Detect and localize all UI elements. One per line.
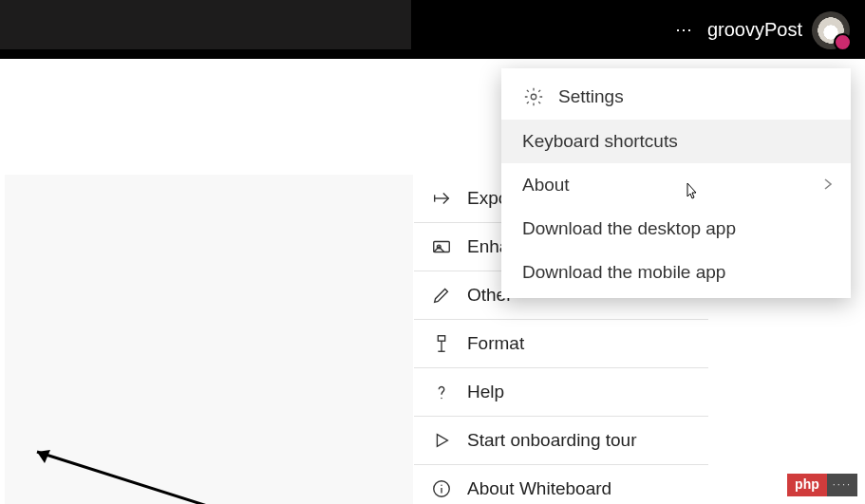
submenu-item-label: About bbox=[522, 175, 570, 196]
enhance-icon bbox=[431, 236, 452, 257]
watermark-badge: php ···· bbox=[787, 474, 857, 496]
gear-icon bbox=[522, 85, 545, 108]
format-icon bbox=[431, 333, 452, 354]
badge-suffix: ···· bbox=[827, 474, 857, 496]
svg-line-0 bbox=[37, 452, 324, 504]
menu-item-label: Help bbox=[467, 382, 504, 402]
submenu-item-label: Download the desktop app bbox=[522, 218, 736, 239]
info-icon bbox=[431, 478, 452, 499]
submenu-item-keyboard-shortcuts[interactable]: Keyboard shortcuts bbox=[501, 120, 851, 163]
whiteboard-canvas[interactable]: aᵵio bbox=[5, 175, 413, 504]
submenu-item-settings[interactable]: Settings bbox=[501, 74, 851, 120]
avatar[interactable] bbox=[812, 11, 850, 49]
submenu-item-download-mobile[interactable]: Download the mobile app bbox=[501, 251, 851, 294]
menu-item-label: About Whiteboard bbox=[467, 478, 611, 499]
menu-item-about-whiteboard[interactable]: About Whiteboard bbox=[414, 464, 708, 504]
double-arrow-shape bbox=[24, 440, 337, 504]
badge-text: php bbox=[787, 474, 827, 496]
submenu-help: Settings Keyboard shortcuts About Downlo… bbox=[501, 68, 851, 298]
help-icon bbox=[431, 382, 452, 402]
svg-marker-11 bbox=[437, 435, 447, 447]
submenu-item-label: Keyboard shortcuts bbox=[522, 131, 678, 152]
tab-well bbox=[0, 0, 411, 49]
menu-item-label: Format bbox=[467, 333, 524, 354]
svg-point-16 bbox=[531, 94, 536, 100]
menu-item-help[interactable]: Help bbox=[414, 367, 708, 416]
app-header: ⋯ groovyPost bbox=[0, 0, 865, 59]
more-options-button[interactable]: ⋯ bbox=[666, 0, 704, 59]
play-icon bbox=[431, 430, 452, 451]
menu-item-onboarding[interactable]: Start onboarding tour bbox=[414, 416, 708, 464]
svg-rect-7 bbox=[438, 336, 444, 342]
submenu-item-label: Settings bbox=[558, 86, 624, 107]
export-icon bbox=[431, 188, 452, 209]
chevron-right-icon bbox=[822, 175, 834, 196]
account-name[interactable]: groovyPost bbox=[707, 0, 802, 59]
menu-item-label: Start onboarding tour bbox=[467, 430, 637, 451]
submenu-item-download-desktop[interactable]: Download the desktop app bbox=[501, 207, 851, 251]
pencil-icon bbox=[431, 285, 452, 306]
menu-item-format[interactable]: Format bbox=[414, 319, 708, 367]
submenu-item-about[interactable]: About bbox=[501, 163, 851, 207]
svg-point-14 bbox=[441, 485, 442, 486]
svg-point-10 bbox=[441, 398, 442, 399]
submenu-item-label: Download the mobile app bbox=[522, 262, 725, 283]
